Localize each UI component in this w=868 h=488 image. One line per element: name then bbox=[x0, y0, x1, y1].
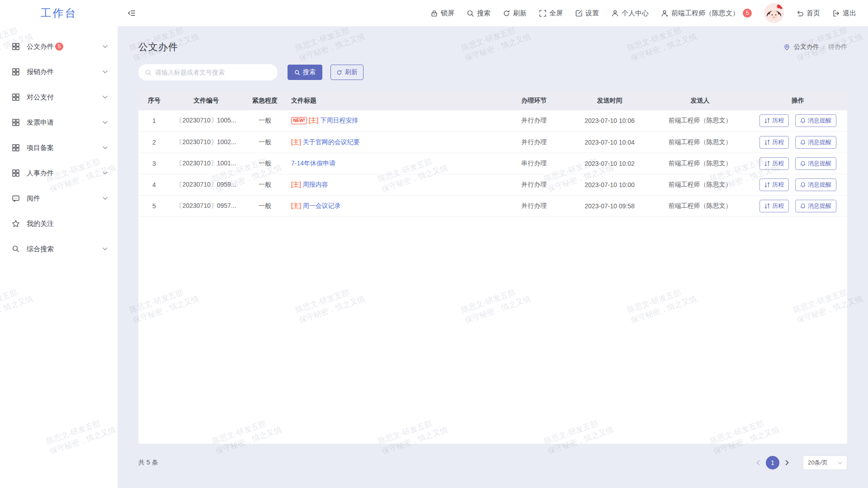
sidebar-item-7[interactable]: 我的关注 bbox=[0, 211, 118, 236]
home-button[interactable]: 首页 bbox=[796, 9, 820, 18]
table-row: 4 〔20230710〕0959... 一般 NEW! [主] 周报内容 并行办… bbox=[138, 174, 847, 195]
col-actions: 操作 bbox=[749, 91, 847, 110]
sort-arrows-icon bbox=[764, 118, 770, 123]
fullscreen-icon bbox=[539, 9, 547, 17]
total-count: 共 5 条 bbox=[138, 459, 158, 467]
sidebar-item-8[interactable]: 综合搜索 bbox=[0, 236, 118, 262]
table-row: 3 〔20230710〕1001... 一般 NEW! 7-14年休假申请 串行… bbox=[138, 153, 847, 174]
chevron-down-icon bbox=[838, 461, 842, 465]
grid-icon bbox=[12, 42, 20, 51]
row-time: 2023-07-10 10:04 bbox=[568, 131, 651, 153]
row-urgency: 一般 bbox=[242, 153, 288, 174]
history-button[interactable]: 历程 bbox=[760, 114, 789, 127]
notify-button[interactable]: 消息提醒 bbox=[795, 200, 836, 212]
notify-button[interactable]: 消息提醒 bbox=[795, 178, 836, 191]
bell-icon bbox=[800, 182, 806, 188]
next-page-icon[interactable] bbox=[782, 460, 792, 465]
notification-badge: 5 bbox=[743, 9, 752, 18]
lock-icon bbox=[430, 9, 438, 17]
doc-tag: [主] bbox=[291, 181, 301, 189]
header-action-fullscreen[interactable]: 全屏 bbox=[539, 9, 563, 18]
row-urgency: 一般 bbox=[242, 174, 288, 195]
doc-title-link[interactable]: 周报内容 bbox=[303, 181, 328, 189]
col-title: 文件标题 bbox=[288, 91, 500, 110]
new-badge: NEW! bbox=[291, 117, 307, 124]
row-doc-no: 〔20230710〕0957... bbox=[170, 195, 242, 216]
col-step: 办理环节 bbox=[500, 91, 568, 110]
notify-button[interactable]: 消息提醒 bbox=[795, 157, 836, 170]
history-button[interactable]: 历程 bbox=[760, 136, 789, 149]
doc-title-link[interactable]: 下周日程安排 bbox=[320, 117, 358, 125]
grid-icon bbox=[12, 169, 20, 178]
header-action-account[interactable]: 前端工程师（陈思文） 5 bbox=[661, 9, 752, 18]
history-button[interactable]: 历程 bbox=[760, 157, 789, 170]
row-time: 2023-07-10 09:58 bbox=[568, 195, 651, 216]
grid-icon bbox=[12, 144, 20, 152]
prev-page-icon[interactable] bbox=[753, 460, 763, 465]
doc-tag: [主] bbox=[291, 138, 301, 146]
notify-button[interactable]: 消息提醒 bbox=[795, 136, 836, 149]
row-time: 2023-07-10 10:00 bbox=[568, 174, 651, 195]
search-box bbox=[138, 64, 278, 80]
search-icon bbox=[145, 69, 151, 76]
documents-table: 序号 文件编号 紧急程度 文件标题 办理环节 发送时间 发送人 操作 1 〔20… bbox=[138, 91, 847, 217]
logout-button[interactable]: 退出 bbox=[832, 9, 856, 18]
main-content: 公文办件 公文办件 / 待办件 搜索 刷新 bbox=[118, 26, 868, 488]
chevron-down-icon bbox=[103, 70, 108, 74]
sort-arrows-icon bbox=[764, 140, 770, 145]
breadcrumb-root[interactable]: 公文办件 bbox=[794, 43, 819, 51]
chevron-down-icon bbox=[103, 95, 108, 99]
refresh-button[interactable]: 刷新 bbox=[330, 65, 363, 80]
notify-button[interactable]: 消息提醒 bbox=[795, 114, 836, 127]
search-input[interactable] bbox=[155, 69, 271, 76]
row-doc-no: 〔20230710〕1001... bbox=[170, 153, 242, 174]
bell-icon bbox=[800, 140, 806, 145]
col-urgency: 紧急程度 bbox=[242, 91, 288, 110]
history-button[interactable]: 历程 bbox=[760, 200, 789, 212]
sidebar-item-5[interactable]: 人事办件 bbox=[0, 160, 118, 186]
row-urgency: 一般 bbox=[242, 110, 288, 131]
sidebar: 工作台 公文办件 5 报销办件 对公支付 发票申请 项目备案 bbox=[0, 0, 118, 488]
header-action-settings[interactable]: 设置 bbox=[575, 9, 599, 18]
doc-title-link[interactable]: 7-14年休假申请 bbox=[291, 160, 335, 168]
sidebar-menu: 公文办件 5 报销办件 对公支付 发票申请 项目备案 人事办件 bbox=[0, 26, 118, 262]
header-action-lock[interactable]: 锁屏 bbox=[430, 9, 454, 18]
sort-arrows-icon bbox=[764, 203, 770, 209]
page-number-active[interactable]: 1 bbox=[766, 456, 779, 469]
header-actions: 锁屏 搜索 刷新 全屏 设置 个人中心 前端工程师（陈思文） 5 bbox=[430, 3, 856, 23]
sidebar-item-1[interactable]: 报销办件 bbox=[0, 59, 118, 84]
row-index: 2 bbox=[138, 131, 170, 153]
bell-icon bbox=[800, 203, 806, 209]
sidebar-badge: 5 bbox=[55, 42, 63, 51]
table-row: 5 〔20230710〕0957... 一般 NEW! [主] 周一会议记录 并… bbox=[138, 195, 847, 216]
sidebar-item-0[interactable]: 公文办件 5 bbox=[0, 34, 118, 59]
row-sender: 前端工程师（陈思文） bbox=[651, 195, 749, 216]
chevron-down-icon bbox=[103, 121, 108, 124]
row-step: 并行办理 bbox=[500, 110, 568, 131]
sidebar-item-2[interactable]: 对公支付 bbox=[0, 84, 118, 110]
sidebar-item-3[interactable]: 发票申请 bbox=[0, 110, 118, 135]
sidebar-item-4[interactable]: 项目备案 bbox=[0, 135, 118, 160]
doc-tag: [主] bbox=[309, 117, 319, 125]
header-action-refresh[interactable]: 刷新 bbox=[503, 9, 527, 18]
table-row: 2 〔20230710〕1002... 一般 NEW! [主] 关于官网的会议纪… bbox=[138, 131, 847, 153]
table-row: 1 〔20230710〕1005... 一般 NEW! [主] 下周日程安排 并… bbox=[138, 110, 847, 131]
menu-fold-icon[interactable] bbox=[127, 9, 136, 17]
bell-icon bbox=[800, 118, 806, 123]
doc-title-link[interactable]: 周一会议记录 bbox=[303, 202, 341, 210]
grid-icon bbox=[12, 93, 20, 102]
breadcrumb-current: 待办件 bbox=[828, 43, 847, 51]
search-button[interactable]: 搜索 bbox=[288, 65, 322, 80]
search-icon bbox=[294, 70, 300, 75]
sidebar-item-6[interactable]: 阅件 bbox=[0, 186, 118, 211]
row-doc-no: 〔20230710〕1002... bbox=[170, 131, 242, 153]
doc-title-link[interactable]: 关于官网的会议纪要 bbox=[303, 138, 360, 146]
history-button[interactable]: 历程 bbox=[760, 178, 789, 191]
avatar[interactable] bbox=[764, 3, 784, 23]
header-action-search[interactable]: 搜索 bbox=[467, 9, 491, 18]
header-action-profile[interactable]: 个人中心 bbox=[611, 9, 649, 18]
row-index: 4 bbox=[138, 174, 170, 195]
page-size-select[interactable]: 20条/页 bbox=[803, 455, 847, 470]
undo-icon bbox=[796, 9, 804, 17]
chevron-down-icon bbox=[103, 171, 108, 175]
